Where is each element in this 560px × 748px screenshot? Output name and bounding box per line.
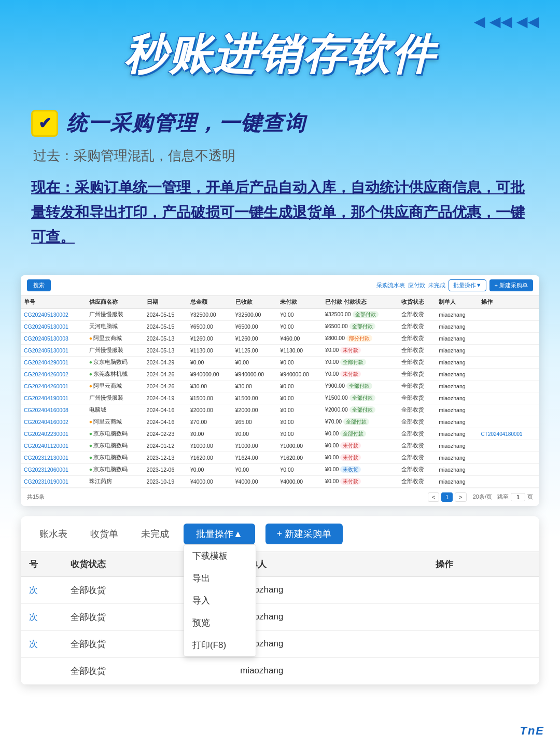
cell-total-8: ¥2000.00 [187,404,232,416]
batch-button[interactable]: 批量操作▼ [449,279,486,291]
cell-creator-6: miaozhang [436,380,478,392]
arrow-left3-icon[interactable]: ◀◀ [516,15,539,29]
bottom-cell-creator-3: miaozhang [232,630,427,657]
cell-date-5: 2024-04-26 [144,368,187,380]
cell-id-1[interactable]: CG202405130001 [21,320,86,332]
cell-id-7[interactable]: CG202404190001 [21,392,86,404]
new-purchase-button[interactable]: + 新建采购单 [489,279,533,291]
search-button[interactable]: 搜索 [27,279,51,291]
top-navigation-arrows[interactable]: ◀ ◀◀ ◀◀ [474,15,539,29]
cell-id-14[interactable]: CG202310190001 [21,475,86,487]
cell-receive-10: 全部收货 [398,428,436,440]
col-paid-status: 已付款 付款状态 [322,296,398,309]
col-date: 日期 [144,296,187,309]
cell-id-13[interactable]: CG202312060001 [21,463,86,475]
table-toolbar: 搜索 采购流水表 应付款 未完成 批量操作▼ + 新建采购单 [21,275,539,296]
bottom-cell-num-1: 次 [21,576,62,603]
page-text: 页 [527,493,533,501]
tab-incomplete[interactable]: 未完成 [133,525,177,543]
arrow-left2-icon[interactable]: ◀◀ [489,15,512,29]
payable-link[interactable]: 应付款 [408,281,425,289]
cashflow-link[interactable]: 采购流水表 [376,281,405,289]
cell-paid-12: ¥1624.00 [232,451,277,463]
page-1-button[interactable]: 1 [441,492,453,502]
cell-id-11[interactable]: CG202401120001 [21,440,86,451]
bottom-cell-creator-2: miaozhang [232,603,427,630]
cell-total-9: ¥70.00 [187,416,232,428]
cell-receive-2: 全部收货 [398,332,436,344]
cell-unpaid-7: ¥0.00 [277,392,322,404]
cell-id-12[interactable]: CG202312130001 [21,451,86,463]
col-supplier: 供应商名称 [86,296,144,309]
cell-date-14: 2023-10-19 [144,475,187,487]
cell-paid-2: ¥1260.00 [232,332,277,344]
cell-id-9[interactable]: CG202404160002 [21,416,86,428]
cell-receive-11: 全部收货 [398,440,436,451]
cell-action-14 [478,475,539,487]
cell-paid-status-1: ¥6500.00 全部付款 [322,320,398,332]
cell-id-0[interactable]: CG202405130002 [21,308,86,320]
table-row-7: CG202404190001 广州慢慢服装 2024-04-19 ¥1500.0… [21,392,539,404]
pagination[interactable]: < 1 > 20条/页 跳至 页 [428,492,533,502]
cell-date-11: 2024-01-12 [144,440,187,451]
cell-id-2[interactable]: CG202405130003 [21,332,86,344]
dropdown-import[interactable]: 导入 [184,589,256,612]
cell-creator-8: miaozhang [436,404,478,416]
goto-input[interactable] [511,493,525,501]
cell-action-10[interactable]: CT202404180001 [478,428,539,440]
tab-cashflow[interactable]: 账水表 [31,525,76,543]
past-label: 过去： [33,148,74,163]
cell-creator-3: miaozhang [436,344,478,356]
dropdown-preview[interactable]: 预览 [184,612,256,634]
table-row-4: CG202404290001 ●京东电脑数码 2024-04-29 ¥0.00 … [21,356,539,368]
prev-page-button[interactable]: < [428,492,439,502]
cell-total-4: ¥0.00 [187,356,232,368]
batch-large-button[interactable]: 批量操作▲ [184,524,255,544]
table-row-14: CG202310190001 珠江药房 2023-10-19 ¥4000.00 … [21,475,539,487]
cell-id-3[interactable]: CG202405130001 [21,344,86,356]
bottom-cell-num-3: 次 [21,630,62,657]
cell-id-10[interactable]: CG202402230001 [21,428,86,440]
bottom-cell-action-4 [427,657,539,684]
cell-paid-13: ¥0.00 [232,463,277,475]
bottom-col-creator: 制单人 [232,552,427,577]
dropdown-download[interactable]: 下载模板 [184,545,256,567]
bottom-cell-action-1 [427,576,539,603]
dropdown-export[interactable]: 导出 [184,567,256,589]
bottom-cell-num-4 [21,657,62,684]
table-row-10: CG202402230001 ●京东电脑数码 2024-02-23 ¥0.00 … [21,428,539,440]
arrow-left-icon[interactable]: ◀ [474,15,485,29]
cell-paid-status-14: ¥0.00 未付款 [322,475,398,487]
col-creator: 制单人 [436,296,478,309]
cell-id-5[interactable]: CG202404260002 [21,368,86,380]
cell-supplier-5: ●东莞森林机械 [86,368,144,380]
cell-id-6[interactable]: CG202404260001 [21,380,86,392]
cell-action-8 [478,404,539,416]
cell-creator-7: miaozhang [436,392,478,404]
cell-action-5 [478,368,539,380]
batch-dropdown[interactable]: 批量操作▲ 下载模板 导出 导入 预览 打印(F8) [184,524,255,544]
cell-action-7 [478,392,539,404]
dropdown-print[interactable]: 打印(F8) [184,634,256,656]
cell-paid-status-10: ¥0.00 全部付款 [322,428,398,440]
cell-paid-status-2: ¥800.00 部分付款 [322,332,398,344]
cell-paid-status-11: ¥0.00 未付款 [322,440,398,451]
cell-supplier-11: ●京东电脑数码 [86,440,144,451]
cell-date-3: 2024-05-13 [144,344,187,356]
cell-receive-3: 全部收货 [398,344,436,356]
col-action: 操作 [478,296,539,309]
tab-receipt[interactable]: 收货单 [82,525,127,543]
cell-total-6: ¥30.00 [187,380,232,392]
cell-id-8[interactable]: CG202404160008 [21,404,86,416]
cell-creator-12: miaozhang [436,451,478,463]
purchase-data-table: 单号 供应商名称 日期 总金额 已收款 未付款 已付款 付款状态 收货状态 制单… [21,296,539,488]
cell-creator-4: miaozhang [436,356,478,368]
next-page-button[interactable]: > [455,492,466,502]
incomplete-link[interactable]: 未完成 [428,281,445,289]
cell-supplier-8: 电脑城 [86,404,144,416]
cell-date-4: 2024-04-29 [144,356,187,368]
new-purchase-large-button[interactable]: + 新建采购单 [265,524,343,544]
cell-unpaid-5: ¥940000.00 [277,368,322,380]
table-row-9: CG202404160002 ●阿里云商城 2024-04-16 ¥70.00 … [21,416,539,428]
cell-id-4[interactable]: CG202404290001 [21,356,86,368]
